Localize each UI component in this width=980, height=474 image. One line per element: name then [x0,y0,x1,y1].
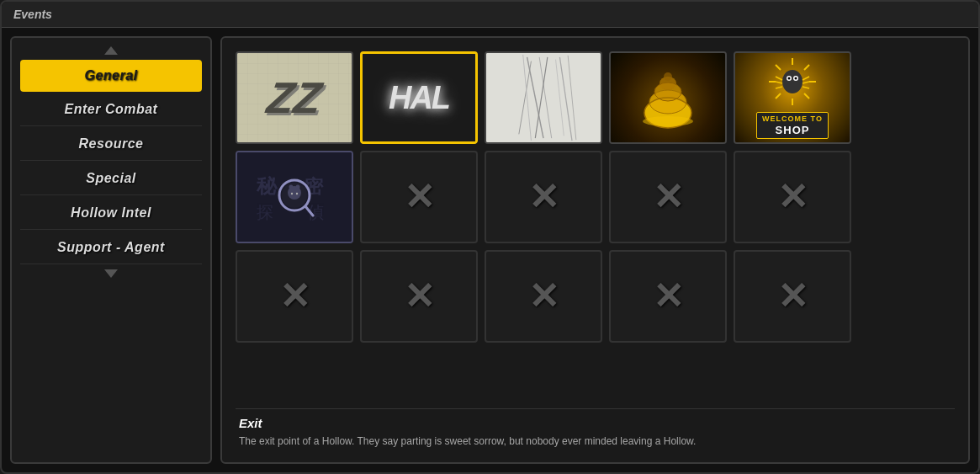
sidebar-scroll-down[interactable] [104,269,118,278]
svg-text:秘: 秘 [256,174,278,197]
svg-text:探: 探 [257,203,273,221]
empty-x-icon: ✕ [777,278,808,315]
empty-x-icon: ✕ [528,278,559,315]
svg-line-35 [803,77,809,80]
title-bar: Events [2,2,978,28]
svg-line-26 [776,65,781,70]
empty-x-icon: ✕ [653,178,684,216]
sidebar-item-general[interactable]: General [20,60,202,92]
empty-x-icon: ✕ [279,278,310,315]
right-panel: ZZ HAL [220,36,970,464]
event-card-empty-7[interactable]: ✕ [360,151,478,243]
svg-line-37 [803,87,809,88]
svg-line-22 [804,93,809,99]
svg-line-36 [803,82,809,83]
event-card-hal[interactable]: HAL [360,51,478,144]
sidebar-item-resource[interactable]: Resource [20,128,202,161]
event-card-graffiti[interactable]: ZZ [236,51,353,144]
event-card-detective[interactable]: 秘 密 探 偵 [236,151,353,243]
event-card-empty-14[interactable]: ✕ [609,250,727,343]
event-card-empty-11[interactable]: ✕ [236,250,353,343]
svg-rect-1 [486,53,601,142]
svg-point-18 [643,116,693,126]
grid-row-1: ZZ HAL [236,51,955,144]
event-card-lines[interactable] [485,51,602,144]
svg-point-27 [782,70,803,93]
svg-point-46 [289,185,294,189]
svg-point-14 [664,72,672,81]
empty-x-icon: ✕ [404,178,435,216]
svg-point-47 [296,185,300,189]
svg-point-31 [795,77,797,80]
sidebar-item-support-agent[interactable]: Support - Agent [20,232,202,264]
event-card-empty-10[interactable]: ✕ [734,151,851,243]
svg-line-33 [776,82,782,83]
event-card-tornado[interactable] [609,51,727,144]
event-grid: ZZ HAL [236,51,955,400]
info-description: The exit point of a Hollow. They say par… [239,434,951,449]
event-card-empty-15[interactable]: ✕ [734,250,851,343]
sidebar-item-enter-combat[interactable]: Enter Combat [20,93,202,126]
svg-point-30 [788,77,791,80]
event-card-empty-8[interactable]: ✕ [485,151,602,243]
info-title: Exit [239,416,951,430]
empty-x-icon: ✕ [777,178,808,216]
grid-row-3: ✕ ✕ ✕ ✕ ✕ [236,250,955,343]
sidebar-item-special[interactable]: Special [20,162,202,195]
event-card-empty-9[interactable]: ✕ [609,151,727,243]
svg-line-32 [776,77,782,80]
svg-line-24 [776,93,781,99]
grid-row-2: 秘 密 探 偵 [236,151,955,243]
empty-x-icon: ✕ [528,178,559,216]
svg-point-49 [296,193,298,194]
empty-x-icon: ✕ [653,278,684,315]
info-panel: Exit The exit point of a Hollow. They sa… [236,408,955,452]
svg-point-48 [291,193,293,194]
svg-line-20 [804,65,809,70]
event-card-shop[interactable]: WELCOME TO SHOP [734,51,851,144]
event-card-empty-13[interactable]: ✕ [485,250,602,343]
event-card-empty-12[interactable]: ✕ [360,250,478,343]
content-area: General Enter Combat Resource Special Ho… [2,28,978,472]
svg-line-34 [776,87,782,88]
sidebar: General Enter Combat Resource Special Ho… [10,36,212,464]
title-text: Events [13,8,52,21]
sidebar-scroll-up[interactable] [104,46,118,55]
empty-x-icon: ✕ [404,278,435,315]
main-container: Events General Enter Combat Resource Spe… [0,0,980,474]
sidebar-item-hollow-intel[interactable]: Hollow Intel [20,197,202,230]
